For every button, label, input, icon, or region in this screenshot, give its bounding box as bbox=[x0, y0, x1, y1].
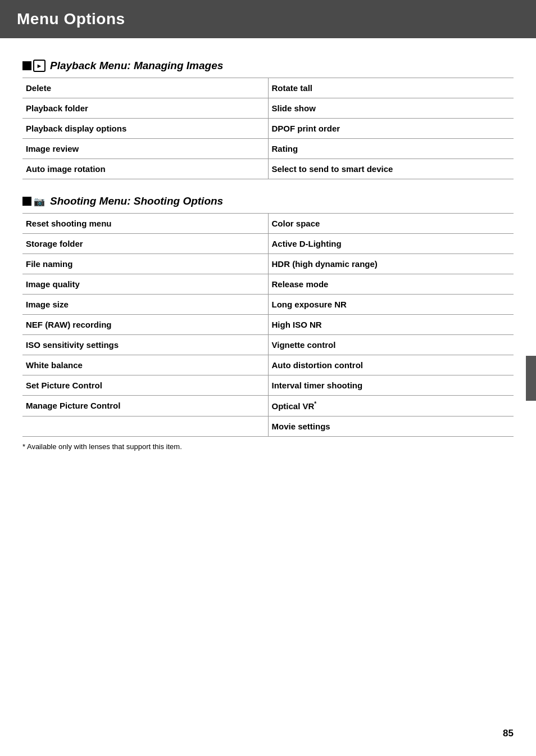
play-icon: ► bbox=[33, 60, 46, 72]
square-icon-2 bbox=[22, 197, 31, 206]
table-row: Manage Picture Control Optical VR* bbox=[22, 396, 514, 417]
shooting-section-heading: 📷 Shooting Menu: Shooting Options bbox=[22, 195, 514, 211]
table-row: Image review Rating bbox=[22, 139, 514, 159]
playback-left-item-1: Playback folder bbox=[22, 98, 268, 119]
playback-right-item-4: Select to send to smart device bbox=[268, 159, 514, 179]
shooting-left-item-2: File naming bbox=[22, 254, 268, 274]
table-row: Storage folder Active D-Lighting bbox=[22, 234, 514, 254]
shooting-left-item-8: Set Picture Control bbox=[22, 375, 268, 396]
shooting-right-item-9: Optical VR* bbox=[268, 396, 514, 417]
shooting-section-title: Shooting Menu: Shooting Options bbox=[50, 195, 223, 207]
shooting-right-item-2: HDR (high dynamic range) bbox=[268, 254, 514, 274]
shooting-right-item-8: Interval timer shooting bbox=[268, 375, 514, 396]
table-row: Set Picture Control Interval timer shoot… bbox=[22, 375, 514, 396]
table-row: White balance Auto distortion control bbox=[22, 355, 514, 375]
shooting-left-item-9: Manage Picture Control bbox=[22, 396, 268, 417]
table-row: NEF (RAW) recording High ISO NR bbox=[22, 315, 514, 335]
shooting-right-item-10: Movie settings bbox=[268, 417, 514, 437]
table-row: Playback folder Slide show bbox=[22, 98, 514, 119]
table-row: Movie settings bbox=[22, 417, 514, 437]
right-tab bbox=[526, 356, 536, 401]
table-row: Delete Rotate tall bbox=[22, 78, 514, 98]
playback-left-item-0: Delete bbox=[22, 78, 268, 98]
table-row: Auto image rotation Select to send to sm… bbox=[22, 159, 514, 179]
playback-left-item-3: Image review bbox=[22, 139, 268, 159]
shooting-left-item-1: Storage folder bbox=[22, 234, 268, 254]
shooting-right-item-4: Long exposure NR bbox=[268, 295, 514, 315]
shooting-icons: 📷 bbox=[22, 195, 46, 207]
shooting-right-item-0: Color space bbox=[268, 214, 514, 234]
table-row: Image size Long exposure NR bbox=[22, 295, 514, 315]
shooting-left-item-0: Reset shooting menu bbox=[22, 214, 268, 234]
page-number: 85 bbox=[503, 728, 514, 739]
asterisk: * bbox=[314, 401, 316, 407]
shooting-right-item-3: Release mode bbox=[268, 274, 514, 295]
playback-left-item-4: Auto image rotation bbox=[22, 159, 268, 179]
playback-right-item-1: Slide show bbox=[268, 98, 514, 119]
shooting-left-empty bbox=[22, 417, 268, 437]
playback-menu-table: Delete Rotate tall Playback folder Slide… bbox=[22, 78, 514, 179]
playback-right-item-2: DPOF print order bbox=[268, 119, 514, 139]
page-title: Menu Options bbox=[17, 10, 519, 28]
shooting-left-item-6: ISO sensitivity settings bbox=[22, 335, 268, 355]
camera-icon: 📷 bbox=[33, 195, 46, 207]
playback-section-heading: ► Playback Menu: Managing Images bbox=[22, 60, 514, 75]
page-header: Menu Options bbox=[0, 0, 536, 38]
shooting-right-item-5: High ISO NR bbox=[268, 315, 514, 335]
table-row: Reset shooting menu Color space bbox=[22, 214, 514, 234]
table-row: File naming HDR (high dynamic range) bbox=[22, 254, 514, 274]
shooting-right-item-7: Auto distortion control bbox=[268, 355, 514, 375]
playback-left-item-2: Playback display options bbox=[22, 119, 268, 139]
table-row: Playback display options DPOF print orde… bbox=[22, 119, 514, 139]
table-row: ISO sensitivity settings Vignette contro… bbox=[22, 335, 514, 355]
shooting-menu-table: Reset shooting menu Color space Storage … bbox=[22, 213, 514, 437]
playback-right-item-3: Rating bbox=[268, 139, 514, 159]
playback-right-item-0: Rotate tall bbox=[268, 78, 514, 98]
shooting-left-item-5: NEF (RAW) recording bbox=[22, 315, 268, 335]
shooting-left-item-3: Image quality bbox=[22, 274, 268, 295]
shooting-right-item-6: Vignette control bbox=[268, 335, 514, 355]
footnote-text: * Available only with lenses that suppor… bbox=[22, 442, 514, 451]
playback-section-title: Playback Menu: Managing Images bbox=[50, 60, 223, 72]
playback-icons: ► bbox=[22, 60, 46, 72]
shooting-right-item-1: Active D-Lighting bbox=[268, 234, 514, 254]
table-row: Image quality Release mode bbox=[22, 274, 514, 295]
shooting-left-item-4: Image size bbox=[22, 295, 268, 315]
square-icon-1 bbox=[22, 61, 31, 70]
shooting-left-item-7: White balance bbox=[22, 355, 268, 375]
